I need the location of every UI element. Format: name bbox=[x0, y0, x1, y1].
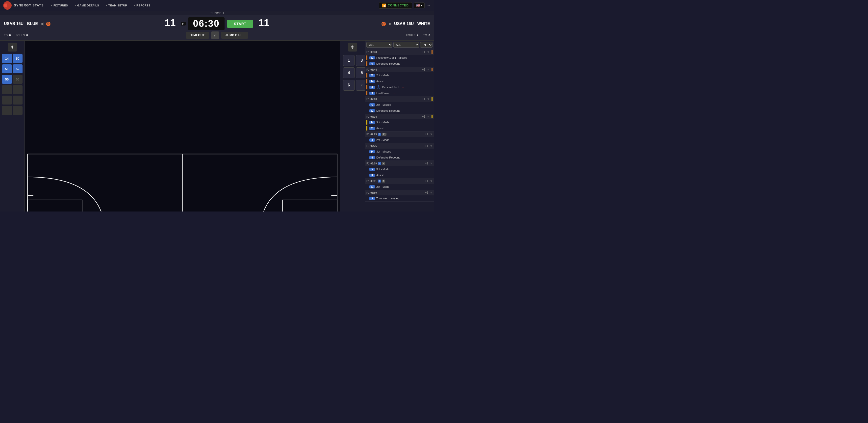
player-btn-empty-3[interactable] bbox=[2, 96, 12, 104]
log-header-3: P1 07:00 +1 ✎ bbox=[365, 96, 434, 102]
basketball-court[interactable] bbox=[25, 41, 340, 212]
log-plus-7[interactable]: +1 bbox=[425, 162, 428, 165]
player-btn-empty-1[interactable] bbox=[2, 85, 12, 94]
log-action-8-1: 2pt - Made bbox=[376, 185, 390, 188]
filter-select-period[interactable]: P1 bbox=[420, 42, 433, 48]
jumpball-button[interactable]: JUMP BALL bbox=[221, 32, 248, 39]
log-plus-9[interactable]: +1 bbox=[425, 191, 428, 194]
log-group-1: P1 06:38 +1 ✎ 52 Freethrow 1 of 1 - Miss… bbox=[365, 49, 434, 67]
player-btn-56[interactable]: 56 bbox=[13, 75, 23, 84]
player-btn-50[interactable]: 50 bbox=[13, 54, 23, 63]
log-edit-8[interactable]: ✎ bbox=[430, 180, 433, 183]
flag-icon: 🇺🇸 bbox=[416, 4, 420, 7]
log-plus-6[interactable]: +1 bbox=[425, 144, 428, 148]
player-btn-52[interactable]: 52 bbox=[13, 64, 23, 73]
log-time-1: 06:38 bbox=[370, 51, 377, 54]
log-entry-4-2: 51 Assist bbox=[365, 125, 434, 131]
shuffle-left-button[interactable] bbox=[8, 42, 17, 52]
nav-team-setup[interactable]: TEAM SETUP bbox=[106, 4, 127, 7]
log-period-4: P1 bbox=[366, 115, 369, 118]
log-time-8: 08:31 bbox=[370, 180, 377, 183]
log-entry-7-1: 5 3pt - Made bbox=[365, 166, 434, 172]
log-header-1: P1 06:38 +1 ✎ bbox=[365, 49, 434, 55]
log-edit-5[interactable]: ✎ bbox=[430, 133, 433, 136]
log-action-9-1: Turnover - carrying bbox=[376, 197, 399, 200]
log-num-2-2: 14 bbox=[369, 80, 375, 83]
team-left: USAB 16U - BLUE ◀ 🏀 bbox=[4, 17, 160, 30]
log-plus-5[interactable]: +1 bbox=[425, 132, 428, 136]
swap-button[interactable]: ⇄ bbox=[211, 31, 219, 39]
log-edit-7[interactable]: ✎ bbox=[430, 162, 433, 165]
flag-selector[interactable]: 🇺🇸 ▾ bbox=[414, 2, 425, 8]
nav-game-details[interactable]: GAME DETAILS bbox=[75, 4, 99, 7]
log-plus-8[interactable]: +1 bbox=[425, 179, 428, 183]
player-btn-empty-5[interactable] bbox=[2, 106, 12, 115]
log-action-7-1: 3pt - Made bbox=[376, 168, 390, 171]
log-header-2: P1 06:44 +1 ✎ bbox=[365, 67, 434, 72]
log-entry-5-1: 4 2pt - Made bbox=[365, 137, 434, 143]
player-btn-empty-6[interactable] bbox=[13, 106, 23, 115]
player-btn-14[interactable]: 14 bbox=[2, 54, 12, 63]
player-row-3: 55 56 bbox=[2, 75, 23, 84]
log-num-2-3: 6 bbox=[369, 86, 375, 89]
log-group-6: P1 07:36 +1 ✎ 14 3pt - Missed 4 Defensiv… bbox=[365, 143, 434, 161]
center-buttons: TIMEOUT ⇄ JUMP BALL bbox=[185, 31, 249, 39]
log-filters: ALL ALL P1 bbox=[365, 41, 434, 49]
log-num-2-4: 52 bbox=[369, 92, 375, 95]
log-badge-7-1: 6 bbox=[378, 162, 381, 165]
nav-reports[interactable]: REPORTS bbox=[134, 4, 150, 7]
log-action-4-1: 3pt - Made bbox=[376, 121, 390, 124]
player-row-4 bbox=[2, 85, 23, 94]
log-edit-6[interactable]: ✎ bbox=[430, 144, 433, 148]
connected-label: CONNECTED bbox=[388, 4, 409, 7]
log-header-9: P1 08:50 +1 ✎ bbox=[365, 190, 434, 195]
top-navigation: SYNERGY STATS FIXTURES GAME DETAILS TEAM… bbox=[0, 0, 434, 11]
start-button[interactable]: START bbox=[227, 20, 253, 28]
shuffle-icon-left bbox=[10, 45, 14, 49]
log-sidebar-1-1 bbox=[366, 56, 367, 60]
nav-fixtures[interactable]: FIXTURES bbox=[51, 4, 68, 7]
center-controls: ▶ 06:30 START bbox=[181, 17, 253, 30]
number-btn-4[interactable]: 4 bbox=[343, 67, 354, 78]
player-btn-55[interactable]: 55 bbox=[2, 75, 12, 84]
timeout-button[interactable]: TIMEOUT bbox=[186, 32, 209, 39]
app-name: SYNERGY STATS bbox=[14, 3, 44, 7]
player-btn-empty-2[interactable] bbox=[13, 85, 23, 94]
log-plus-2[interactable]: +1 bbox=[422, 68, 425, 71]
log-group-4: P1 07:14 +1 ✎ 14 3pt - Made 51 Assist bbox=[365, 114, 434, 131]
log-group-2: P1 06:44 +1 ✎ 52 2pt - Made 14 Assist bbox=[365, 67, 434, 96]
filter-select-2[interactable]: ALL bbox=[394, 42, 420, 48]
player-row-5 bbox=[2, 96, 23, 104]
log-group-7: P1 08:09 6 9 +1 ✎ 5 3pt - Made 3 Assist bbox=[365, 161, 434, 178]
log-entry-9-1: 3 Turnover - carrying bbox=[365, 195, 434, 201]
log-action-2-3: Personal Foul bbox=[382, 86, 399, 89]
player-btn-51[interactable]: 51 bbox=[2, 64, 12, 73]
log-num-1-2: 6 bbox=[369, 62, 375, 65]
log-edit-9[interactable]: ✎ bbox=[430, 191, 433, 194]
log-plus-3[interactable]: +1 bbox=[422, 97, 425, 101]
log-badge-8-2: 6 bbox=[382, 180, 385, 183]
log-edit-3[interactable]: ✎ bbox=[427, 98, 430, 101]
number-btn-6[interactable]: 6 bbox=[343, 80, 354, 91]
log-action-2-2: Assist bbox=[376, 80, 383, 83]
team-right-arrow[interactable]: ▶ bbox=[389, 21, 392, 26]
team-left-arrow[interactable]: ◀ bbox=[40, 21, 43, 26]
log-scroll[interactable]: P1 06:38 +1 ✎ 52 Freethrow 1 of 1 - Miss… bbox=[365, 49, 434, 212]
period-label: PERIOD 1 bbox=[210, 12, 224, 14]
log-edit-4[interactable]: ✎ bbox=[427, 115, 430, 118]
log-entry-2-1: 52 2pt - Made bbox=[365, 72, 434, 78]
player-btn-empty-4[interactable] bbox=[13, 96, 23, 104]
shuffle-right-button[interactable] bbox=[348, 42, 357, 52]
number-btn-1[interactable]: 1 bbox=[343, 55, 354, 66]
video-btn[interactable]: ▶ bbox=[181, 22, 186, 26]
logout-button[interactable]: → bbox=[427, 3, 431, 8]
log-edit-2[interactable]: ✎ bbox=[427, 68, 430, 71]
fouls-right: FOULS: 2 TO: 0 bbox=[249, 34, 430, 37]
filter-select-1[interactable]: ALL bbox=[366, 42, 393, 48]
log-entry-2-3: 6 2 Personal Foul → bbox=[365, 84, 434, 90]
log-plus-1[interactable]: +1 bbox=[422, 50, 425, 54]
log-edit-1[interactable]: ✎ bbox=[427, 51, 430, 54]
log-entry-1-1: 52 Freethrow 1 of 1 - Missed bbox=[365, 55, 434, 61]
log-plus-4[interactable]: +1 bbox=[422, 115, 425, 118]
log-num-4-1: 14 bbox=[369, 121, 375, 124]
